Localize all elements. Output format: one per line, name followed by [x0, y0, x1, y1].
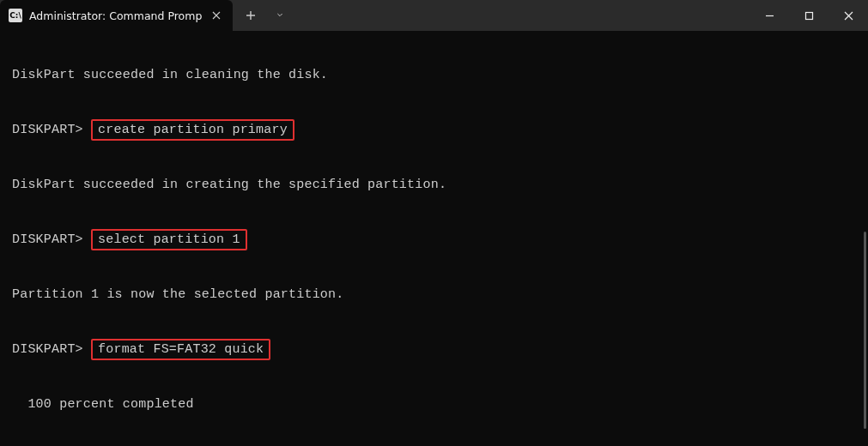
highlighted-command: format FS=FAT32 quick: [91, 339, 270, 360]
active-tab[interactable]: C:\ Administrator: Command Promp: [0, 0, 233, 31]
cmd-icon: C:\: [9, 9, 22, 22]
window-controls: [750, 0, 868, 31]
minimize-button[interactable]: [750, 0, 789, 31]
tab-title: Administrator: Command Promp: [29, 9, 202, 22]
output-line: 100 percent completed: [12, 395, 856, 413]
prompt: DISKPART>: [12, 232, 83, 247]
scrollbar-thumb[interactable]: [864, 232, 866, 429]
tab-dropdown-button[interactable]: [267, 3, 293, 28]
prompt: DISKPART>: [12, 123, 83, 137]
title-bar: C:\ Administrator: Command Promp: [0, 0, 868, 31]
output-line: Partition 1 is now the selected partitio…: [12, 286, 856, 304]
highlighted-command: create partition primary: [91, 119, 294, 141]
terminal-output[interactable]: DiskPart succeeded in cleaning the disk.…: [0, 31, 868, 446]
tab-actions: [233, 0, 293, 31]
new-tab-button[interactable]: [238, 3, 264, 28]
prompt-line: DISKPART> select partition 1: [12, 231, 856, 249]
output-line: DiskPart succeeded in creating the speci…: [12, 176, 856, 194]
titlebar-drag-region[interactable]: [293, 0, 750, 31]
prompt-line: DISKPART> create partition primary: [12, 121, 856, 139]
maximize-button[interactable]: [789, 0, 829, 31]
close-tab-button[interactable]: [209, 8, 224, 23]
output-line: DiskPart succeeded in cleaning the disk.: [12, 66, 856, 84]
highlighted-command: select partition 1: [91, 229, 247, 250]
close-window-button[interactable]: [829, 0, 868, 31]
svg-rect-0: [805, 12, 812, 19]
prompt: DISKPART>: [12, 342, 83, 357]
prompt-line: DISKPART> format FS=FAT32 quick: [12, 341, 856, 359]
